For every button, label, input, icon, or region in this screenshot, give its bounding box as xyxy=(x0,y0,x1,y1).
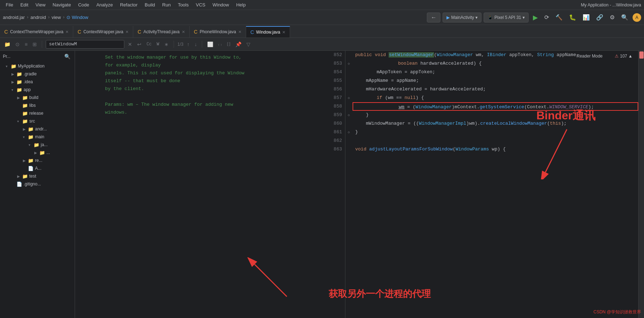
menu-help[interactable]: Help xyxy=(233,1,249,8)
debug-button[interactable]: ⟳ xyxy=(542,13,551,21)
case-sensitive[interactable]: Cc xyxy=(145,41,153,48)
search-input[interactable] xyxy=(46,40,124,49)
tree-sub[interactable]: ▶ 📁 ... xyxy=(0,149,75,156)
sidebar-search[interactable]: 🔍 xyxy=(63,53,72,60)
java-class-icon-3: C xyxy=(138,29,141,35)
menu-run[interactable]: Run xyxy=(159,1,174,8)
menu-build[interactable]: Build xyxy=(142,1,158,8)
code-line-857[interactable]: if (wm == null) { xyxy=(353,94,638,102)
menu-edit[interactable]: Edit xyxy=(18,1,31,8)
run-config-button[interactable]: ▶ MainActivity ▾ xyxy=(443,13,481,23)
menu-tools[interactable]: Tools xyxy=(175,1,191,8)
menu-view[interactable]: View xyxy=(33,1,48,8)
tree-a-file[interactable]: 📄 A... xyxy=(0,164,75,172)
breadcrumb-android[interactable]: android xyxy=(30,15,46,20)
tree-release[interactable]: 📁 release xyxy=(0,109,75,117)
collapse-all[interactable]: ≡ xyxy=(23,41,29,48)
tree-myapplication[interactable]: ▾ 📁 MyApplication xyxy=(0,62,75,70)
tab-activitythread[interactable]: C ActivityThread.java ✕ xyxy=(133,26,190,38)
pin[interactable]: 📌 xyxy=(234,41,243,48)
tab-close-cw[interactable]: ✕ xyxy=(125,30,129,34)
next-result[interactable]: ↓ xyxy=(193,41,198,48)
tab-close-pw[interactable]: ✕ xyxy=(238,30,241,34)
run-button[interactable]: ▶ xyxy=(531,13,540,22)
code-line-860[interactable]: mWindowManager = ((WindowManagerImpl)wm)… xyxy=(353,119,638,128)
tree-test[interactable]: ▶ 📁 test xyxy=(0,172,75,180)
line-indicator: ⚠ 107 ▲ xyxy=(615,54,633,59)
menu-vcs[interactable]: VCS xyxy=(193,1,208,8)
code-line-858[interactable]: wm = (WindowManager)mContext.getSystemSe… xyxy=(353,102,638,111)
menu-refactor[interactable]: Refactor xyxy=(117,1,140,8)
settings-button[interactable]: ⚙ xyxy=(608,13,617,21)
tree-ja[interactable]: ▾ 📁 ja... xyxy=(0,141,75,149)
tab-phonewindow[interactable]: C PhoneWindow.java ✕ xyxy=(190,26,246,38)
undo-search[interactable]: ↩ xyxy=(136,41,143,48)
java-class-icon-2: C xyxy=(78,29,81,35)
tree-app[interactable]: ▾ 📁 app xyxy=(0,86,75,94)
regex[interactable]: ∗ xyxy=(163,41,170,48)
bookmark-icon-861: ◇ xyxy=(348,130,350,134)
tree-idea[interactable]: ▶ 📁 .idea xyxy=(0,78,75,86)
code-line-855[interactable]: mAppName = appName; xyxy=(353,76,638,85)
code-line-859[interactable]: } xyxy=(353,111,638,119)
tree-build[interactable]: ▶ 📁 build xyxy=(0,94,75,101)
javadoc-block: Set the window manager for use by this W… xyxy=(75,51,327,318)
build-button[interactable]: 🔨 xyxy=(553,13,565,21)
expand-all[interactable]: ⊞ xyxy=(31,41,38,48)
code-line-863[interactable]: void adjustLayoutParamsForSubWindow(Wind… xyxy=(353,145,638,154)
device-button[interactable]: 📱 Pixel 5 API 31 ▾ xyxy=(484,13,529,23)
breadcrumb-window[interactable]: ⊙ Window xyxy=(66,15,88,20)
tree-re[interactable]: ▶ 📁 re... xyxy=(0,156,75,164)
tab-close-ctw[interactable]: ✕ xyxy=(65,30,69,34)
tab-close-w[interactable]: ✕ xyxy=(282,30,285,35)
right-scrollbar-gutter xyxy=(638,51,644,318)
code-line-861[interactable]: } xyxy=(353,128,638,136)
tree-gitignore[interactable]: 📄 .gitigno... xyxy=(0,180,75,188)
whole-word[interactable]: W xyxy=(155,41,161,48)
tab-contextthemewrapper[interactable]: C ContextThemeWrapper.java ✕ xyxy=(0,26,73,38)
back-button[interactable]: ← xyxy=(427,13,440,23)
tree-andr[interactable]: ▶ 📁 andr... xyxy=(0,125,75,133)
multiline[interactable]: ⬜ xyxy=(206,41,215,48)
menu-window[interactable]: Window xyxy=(210,1,232,8)
line-numbers: 852 853 854 855 856 857 858 859 860 861 … xyxy=(327,51,345,318)
user-button[interactable]: A xyxy=(633,13,641,22)
code-line-856[interactable]: mHardwareAccelerated = hardwareAccelerat… xyxy=(353,85,638,94)
tree-main[interactable]: ▾ 📁 main xyxy=(0,133,75,141)
search-in[interactable]: ⟦⟧ xyxy=(225,41,232,47)
java-class-icon-4: C xyxy=(194,29,198,35)
search-everywhere-button[interactable]: 🔍 xyxy=(619,13,630,21)
bookmark-icon-857: ◇ xyxy=(348,96,350,100)
menu-analyze[interactable]: Analyze xyxy=(94,1,116,8)
match-case2[interactable]: ₍ ₎ xyxy=(217,41,223,47)
code-line-853[interactable]: boolean hardwareAccelerated) { xyxy=(353,59,638,68)
tab-close-at[interactable]: ✕ xyxy=(182,30,185,34)
menu-code[interactable]: Code xyxy=(75,1,92,8)
tree-libs[interactable]: 📁 libs xyxy=(0,101,75,109)
profile-button[interactable]: 📊 xyxy=(580,13,592,21)
code-line-854[interactable]: mAppToken = appToken; xyxy=(353,68,638,76)
error-indicator xyxy=(639,51,644,59)
locate-file[interactable]: ⊙ xyxy=(14,41,21,48)
tree-gradle[interactable]: ▶ 📁 .gradle xyxy=(0,70,75,78)
reader-mode-button[interactable]: Reader Mode xyxy=(576,54,603,59)
bug-button[interactable]: 🐛 xyxy=(567,13,578,21)
attach-button[interactable]: 🔗 xyxy=(594,13,605,21)
breadcrumb-jar[interactable]: android.jar xyxy=(3,15,25,20)
tab-contextwrapper[interactable]: C ContextWrapper.java ✕ xyxy=(73,26,133,38)
prev-result[interactable]: ↑ xyxy=(185,41,191,48)
breadcrumb-view[interactable]: view xyxy=(51,15,61,20)
filter[interactable]: ▽ xyxy=(245,41,252,48)
tab-window[interactable]: C Window.java ✕ xyxy=(246,26,290,38)
tree-src[interactable]: ▾ 📁 src xyxy=(0,117,75,125)
code-line-862[interactable] xyxy=(353,136,638,145)
close-search[interactable]: ✕ xyxy=(126,41,134,48)
breadcrumb: android.jar › android › view › ⊙ Window xyxy=(3,15,425,20)
menu-bar: File Edit View Navigate Code Analyze Ref… xyxy=(0,0,644,10)
code-lines[interactable]: public void setWindowManager(WindowManag… xyxy=(353,51,638,318)
watermark: CSDN @学知识拯救世界 xyxy=(593,309,641,315)
menu-file[interactable]: File xyxy=(3,1,16,8)
menu-navigate[interactable]: Navigate xyxy=(50,1,74,8)
search-bar: 📁 ⊙ ≡ ⊞ ✕ ↩ Cc W ∗ 1/3 ↑ ↓ ⬜ ₍ ₎ ⟦⟧ 📌 ▽ xyxy=(0,38,644,51)
project-tree-toggle[interactable]: 📁 xyxy=(3,41,12,48)
